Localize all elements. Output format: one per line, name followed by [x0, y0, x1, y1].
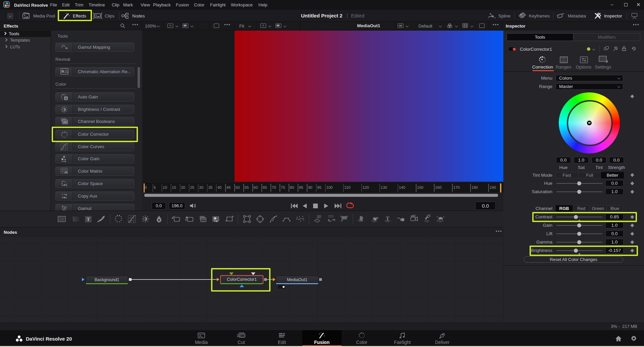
svg-text:T: T — [386, 216, 390, 221]
svg-text:Z: Z — [62, 193, 63, 196]
svg-text:T: T — [87, 217, 90, 222]
svg-text:A: A — [65, 97, 67, 100]
